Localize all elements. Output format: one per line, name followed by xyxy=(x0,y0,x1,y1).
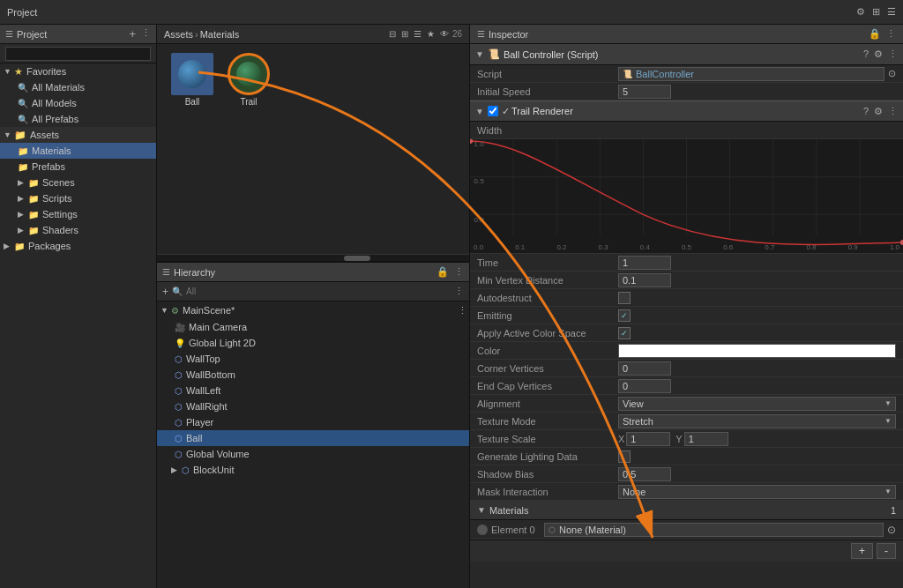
inspector-options-icon[interactable]: ⋮ xyxy=(886,28,896,40)
sidebar-item-scripts[interactable]: ▶ 📁 Scripts xyxy=(0,190,156,206)
lock-icon-hier[interactable]: 🔒 xyxy=(437,266,449,278)
sidebar-item-all-prefabs[interactable]: 🔍 All Prefabs xyxy=(0,111,156,127)
lock-icon-inspector[interactable]: 🔒 xyxy=(869,28,881,40)
mask-interaction-dropdown[interactable]: None ▼ xyxy=(618,485,896,499)
remove-material-button[interactable]: - xyxy=(877,543,896,559)
assets-scrollbar[interactable] xyxy=(157,254,469,261)
texture-scale-y-label: Y xyxy=(675,434,682,444)
shadow-bias-row: Shadow Bias xyxy=(470,465,903,483)
trail-asset-icon xyxy=(228,53,270,95)
hier-item-wallbottom[interactable]: ⬡ WallBottom xyxy=(157,367,469,383)
hier-item-ball[interactable]: ⬡ Ball xyxy=(157,430,469,446)
scale-icon[interactable]: ⊞ xyxy=(401,29,408,39)
element-0-target-icon[interactable]: ⊙ xyxy=(887,524,896,536)
script-more-icon[interactable]: ⋮ xyxy=(888,48,898,60)
trail-help-icon[interactable]: ? xyxy=(863,106,869,117)
script-help-icon[interactable]: ? xyxy=(863,48,869,60)
curve-area[interactable]: 1.0 0.5 0.0 0.00.10.20.30.40.50.60.70.80… xyxy=(470,139,903,254)
blockunit-icon: ⬡ xyxy=(182,465,190,475)
packages-header[interactable]: ▶ 📁 Packages xyxy=(0,238,156,254)
assets-header[interactable]: ▼ 📁 Assets xyxy=(0,127,156,143)
assets-path-label: Assets xyxy=(164,29,193,40)
scene-options-icon[interactable]: ⋮ xyxy=(458,305,467,316)
color-swatch[interactable] xyxy=(618,344,896,358)
trail-settings-icon[interactable]: ⚙ xyxy=(874,106,883,117)
corner-vertices-label: Corner Vertices xyxy=(477,363,618,374)
hierarchy-search-input[interactable] xyxy=(186,287,451,296)
sidebar-item-prefabs[interactable]: 📁 Prefabs xyxy=(0,159,156,175)
wallleft-label: WallLeft xyxy=(186,385,220,396)
scene-arrow: ▼ xyxy=(160,306,171,315)
emitting-checkbox[interactable]: ✓ xyxy=(618,309,631,322)
blockunit-arrow: ▶ xyxy=(171,465,182,474)
add-hier-button[interactable]: + xyxy=(162,286,168,298)
hier-item-player[interactable]: ⬡ Player xyxy=(157,414,469,430)
folder-icon-prefabs: 📁 xyxy=(18,162,28,172)
svg-point-11 xyxy=(470,139,473,144)
view-toggle-icon[interactable]: ⊟ xyxy=(389,29,396,39)
scrollbar-thumb[interactable] xyxy=(344,256,370,261)
width-row: Width xyxy=(470,122,903,139)
materials-section-header[interactable]: ▼ Materials 1 xyxy=(470,501,903,520)
materials-section-label: Materials xyxy=(489,505,891,516)
time-input[interactable] xyxy=(618,256,671,270)
gen-lighting-checkbox[interactable] xyxy=(618,450,631,463)
wallright-label: WallRight xyxy=(186,401,228,412)
add-button[interactable]: + xyxy=(129,27,136,41)
settings-icon[interactable]: ⚙ xyxy=(856,6,865,18)
script-settings-icon[interactable]: ⚙ xyxy=(874,48,883,60)
scene-header[interactable]: ▼ ⚙ MainScene* ⋮ xyxy=(157,301,469,319)
corner-vertices-input[interactable] xyxy=(618,361,671,376)
autodestruct-checkbox[interactable] xyxy=(618,292,631,304)
eye-icon[interactable]: 👁 xyxy=(440,29,449,39)
hier-item-blockunit[interactable]: ▶ ⬡ BlockUnit xyxy=(157,462,469,478)
hier-options-icon[interactable]: ⋮ xyxy=(454,266,464,278)
ball-controller-header[interactable]: ▼ 📜 Ball Controller (Script) ? ⚙ ⋮ xyxy=(470,44,903,65)
svg-text:0.5: 0.5 xyxy=(474,177,484,185)
end-cap-vertices-row: End Cap Vertices xyxy=(470,377,903,395)
sidebar-item-scenes[interactable]: ▶ 📁 Scenes xyxy=(0,175,156,190)
texture-scale-y-input[interactable] xyxy=(684,432,728,446)
trail-more-icon[interactable]: ⋮ xyxy=(888,106,898,117)
star-filter-icon[interactable]: ★ xyxy=(427,29,435,39)
sidebar-item-settings[interactable]: ▶ 📁 Settings xyxy=(0,206,156,222)
filter-icon[interactable]: ☰ xyxy=(414,29,422,39)
all-materials-label: All Materials xyxy=(32,82,85,93)
script-target-icon[interactable]: ⊙ xyxy=(888,68,896,79)
favorites-label: Favorites xyxy=(26,66,66,77)
add-material-button[interactable]: + xyxy=(851,543,873,559)
hier-item-main-camera[interactable]: 🎥 Main Camera xyxy=(157,319,469,335)
trail-renderer-header[interactable]: ▼ ✓ Trail Renderer ? ⚙ ⋮ xyxy=(470,100,903,122)
panel-options-icon[interactable]: ⋮ xyxy=(141,27,151,41)
trail-renderer-enabled-checkbox[interactable] xyxy=(488,106,498,116)
min-vertex-input[interactable] xyxy=(618,273,671,287)
sidebar-item-materials[interactable]: 📁 Materials xyxy=(0,143,156,159)
hier-item-global-volume[interactable]: ⬡ Global Volume xyxy=(157,446,469,462)
texture-mode-dropdown[interactable]: Stretch ▼ xyxy=(618,414,896,428)
project-search-input[interactable] xyxy=(5,47,151,61)
hier-item-wallright[interactable]: ⬡ WallRight xyxy=(157,398,469,414)
alignment-dropdown[interactable]: View ▼ xyxy=(618,397,896,411)
asset-item-trail[interactable]: Trail xyxy=(222,53,275,107)
star-icon: ★ xyxy=(14,66,23,78)
hier-item-wallleft[interactable]: ⬡ WallLeft xyxy=(157,383,469,398)
hier-item-walltop[interactable]: ⬡ WallTop xyxy=(157,351,469,367)
asset-item-ball[interactable]: Ball xyxy=(166,53,219,107)
settings-label: Settings xyxy=(42,209,78,220)
shadow-bias-input[interactable] xyxy=(618,467,671,481)
favorites-header[interactable]: ▼ ★ Favorites xyxy=(0,63,156,79)
player-icon: ⬡ xyxy=(175,418,183,428)
sidebar-item-shaders[interactable]: ▶ 📁 Shaders xyxy=(0,222,156,238)
hier-item-global-light[interactable]: 💡 Global Light 2D xyxy=(157,335,469,351)
sidebar-item-all-models[interactable]: 🔍 All Models xyxy=(0,95,156,111)
initial-speed-input[interactable] xyxy=(618,85,671,99)
end-cap-vertices-input[interactable] xyxy=(618,379,671,393)
menu-icon[interactable]: ☰ xyxy=(887,6,896,18)
sidebar-item-all-materials[interactable]: 🔍 All Materials xyxy=(0,79,156,95)
texture-scale-x-input[interactable] xyxy=(626,432,670,446)
apply-color-checkbox[interactable]: ✓ xyxy=(618,327,631,339)
emitting-label: Emitting xyxy=(477,310,618,321)
mask-interaction-label: Mask Interaction xyxy=(477,487,618,497)
grid-icon[interactable]: ⊞ xyxy=(872,6,880,18)
hier-more-icon[interactable]: ⋮ xyxy=(454,286,464,297)
